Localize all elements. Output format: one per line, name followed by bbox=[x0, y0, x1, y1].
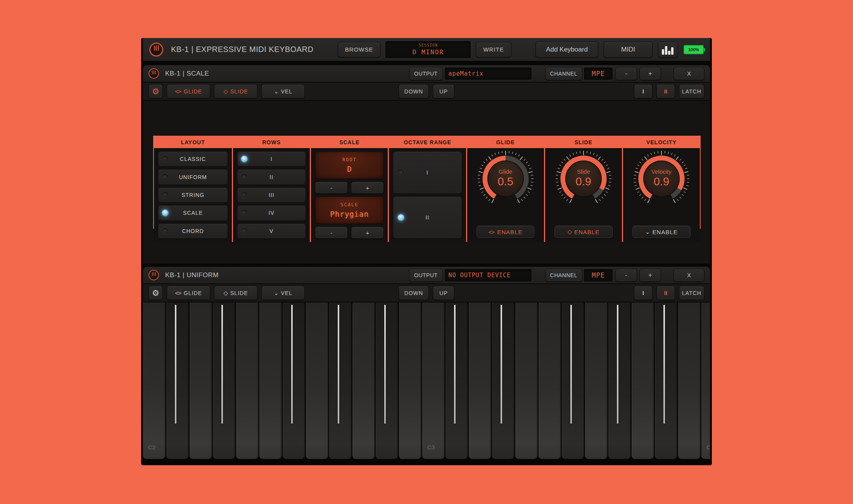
velocity-enable-button[interactable]: ⌄ ENABLE bbox=[632, 226, 691, 238]
velocity-icon: ⌄ bbox=[274, 290, 278, 297]
channel-button[interactable]: CHANNEL bbox=[545, 269, 582, 282]
output-button[interactable]: OUTPUT bbox=[409, 269, 443, 282]
channel-button[interactable]: CHANNEL bbox=[545, 67, 582, 80]
piano-key-natural[interactable] bbox=[539, 302, 561, 459]
glide-toggle-button[interactable]: <> GLIDE bbox=[167, 84, 210, 98]
layout-option-scale[interactable]: SCALE bbox=[158, 205, 228, 221]
channel-plus-button[interactable]: + bbox=[639, 67, 661, 80]
row-option-i[interactable]: I bbox=[237, 151, 306, 167]
output-device-display[interactable]: NO OUTPUT DEVICE bbox=[444, 269, 532, 282]
layout-option-string[interactable]: STRING bbox=[158, 187, 228, 203]
piano-key-natural[interactable] bbox=[352, 302, 375, 459]
slide-toggle-button[interactable]: ◇ SLIDE bbox=[214, 286, 257, 300]
piano-key-natural[interactable] bbox=[190, 302, 212, 459]
channel-minus-button[interactable]: - bbox=[615, 269, 637, 282]
close-module-button[interactable]: X bbox=[673, 67, 705, 80]
piano-key-natural[interactable] bbox=[515, 302, 538, 459]
glide-enable-button[interactable]: <> ENABLE bbox=[477, 226, 535, 238]
octave-range-option-i[interactable]: I bbox=[393, 151, 462, 194]
piano-key-sharp[interactable] bbox=[608, 302, 631, 459]
piano-key-natural[interactable] bbox=[399, 302, 421, 459]
piano-key-sharp[interactable] bbox=[283, 302, 305, 459]
piano-key-sharp[interactable] bbox=[445, 302, 468, 459]
write-button[interactable]: WRITE bbox=[476, 42, 511, 57]
browse-button[interactable]: BROWSE bbox=[338, 42, 381, 57]
piano-key-natural[interactable] bbox=[236, 302, 259, 459]
root-plus-button[interactable]: + bbox=[351, 181, 384, 194]
piano-key-sharp[interactable] bbox=[376, 302, 398, 459]
octave-down-button[interactable]: DOWN bbox=[399, 286, 429, 300]
scale-settings: ROOT D - + SCALE Phrygian - bbox=[311, 148, 388, 242]
latch-button[interactable]: LATCH bbox=[679, 84, 705, 98]
row-option-iv[interactable]: IV bbox=[237, 205, 306, 221]
glide-toggle-button[interactable]: <> GLIDE bbox=[167, 286, 210, 300]
output-button[interactable]: OUTPUT bbox=[409, 67, 443, 80]
scale-minus-button[interactable]: - bbox=[315, 226, 348, 239]
piano-key-sharp[interactable] bbox=[562, 302, 584, 459]
octave-down-button[interactable]: DOWN bbox=[399, 84, 429, 98]
piano-key-sharp[interactable] bbox=[492, 302, 515, 459]
piano-key-natural[interactable]: C2 bbox=[143, 302, 166, 459]
page-2-button[interactable]: II bbox=[656, 286, 675, 300]
vel-toggle-button[interactable]: ⌄ VEL bbox=[261, 286, 305, 300]
settings-gear-icon[interactable]: ⚙ bbox=[148, 286, 163, 300]
slide-knob[interactable]: Slide 0.9 bbox=[554, 150, 613, 208]
octave-range-option-ii[interactable]: II bbox=[393, 196, 462, 239]
uniform-module-title: KB-1 | UNIFORM bbox=[165, 271, 219, 279]
scale-type-value: Phrygian bbox=[330, 210, 369, 218]
channel-value-display[interactable]: MPE bbox=[584, 67, 613, 80]
key-pressure-indicator bbox=[291, 305, 293, 424]
session-display[interactable]: SESSION D MINOR bbox=[385, 41, 471, 59]
slide-enable-button[interactable]: ◇ ENABLE bbox=[554, 226, 613, 238]
row-option-iii[interactable]: III bbox=[237, 187, 306, 203]
velocity-knob[interactable]: Velocity 0.9 bbox=[632, 150, 691, 208]
layout-option-chord[interactable]: CHORD bbox=[158, 223, 228, 239]
page-1-button[interactable]: I bbox=[634, 286, 653, 300]
key-pressure-indicator bbox=[501, 305, 502, 424]
piano-key-sharp[interactable] bbox=[213, 302, 235, 459]
velocity-icon: ⌄ bbox=[274, 88, 278, 95]
latch-button[interactable]: LATCH bbox=[679, 286, 705, 300]
page-1-button[interactable]: I bbox=[634, 84, 653, 98]
piano-key-sharp[interactable] bbox=[329, 302, 352, 459]
vel-toggle-button[interactable]: ⌄ VEL bbox=[261, 84, 305, 98]
octave-up-button[interactable]: UP bbox=[433, 286, 454, 300]
piano-key-natural[interactable] bbox=[585, 302, 608, 459]
scale-type-display[interactable]: SCALE Phrygian bbox=[315, 196, 384, 224]
root-note-display[interactable]: ROOT D bbox=[315, 151, 384, 179]
layout-option-classic[interactable]: CLASSIC bbox=[158, 151, 228, 167]
piano-key-natural[interactable] bbox=[306, 302, 328, 459]
root-minus-button[interactable]: - bbox=[315, 181, 348, 194]
key-pressure-indicator bbox=[570, 305, 572, 424]
page-2-button[interactable]: II bbox=[656, 84, 675, 98]
slide-toggle-button[interactable]: ◇ SLIDE bbox=[214, 84, 257, 98]
glide-knob[interactable]: Glide 0.5 bbox=[477, 150, 535, 208]
settings-gear-icon[interactable]: ⚙ bbox=[148, 84, 163, 98]
midi-button[interactable]: MIDI bbox=[604, 41, 653, 58]
row-option-ii[interactable]: II bbox=[237, 169, 306, 185]
piano-key-sharp[interactable] bbox=[655, 302, 677, 459]
uniform-module-header: KB-1 | UNIFORM OUTPUT NO OUTPUT DEVICE C… bbox=[143, 267, 710, 284]
piano-key-natural[interactable]: C4 bbox=[701, 302, 710, 459]
channel-value-display[interactable]: MPE bbox=[584, 269, 613, 282]
slide-icon: ◇ bbox=[567, 228, 572, 235]
option-label: II bbox=[237, 174, 306, 180]
scale-plus-button[interactable]: + bbox=[351, 226, 384, 239]
output-device-display[interactable]: apeMatrix bbox=[444, 67, 532, 80]
row-option-v[interactable]: V bbox=[237, 223, 306, 239]
layout-option-uniform[interactable]: UNIFORM bbox=[158, 169, 228, 185]
selection-led bbox=[162, 228, 168, 234]
piano-key-natural[interactable]: C3 bbox=[422, 302, 445, 459]
piano-key-sharp[interactable] bbox=[166, 302, 189, 459]
level-meter-button[interactable] bbox=[658, 41, 678, 58]
piano-key-natural[interactable] bbox=[259, 302, 282, 459]
channel-minus-button[interactable]: - bbox=[615, 67, 637, 80]
add-keyboard-button[interactable]: Add Keyboard bbox=[535, 41, 598, 58]
octave-up-button[interactable]: UP bbox=[433, 84, 454, 98]
piano-key-natural[interactable] bbox=[469, 302, 491, 459]
channel-plus-button[interactable]: + bbox=[639, 269, 661, 282]
close-module-button[interactable]: X bbox=[673, 269, 705, 282]
knob-dial bbox=[554, 150, 613, 208]
piano-key-natural[interactable] bbox=[632, 302, 654, 459]
piano-key-natural[interactable] bbox=[678, 302, 701, 459]
